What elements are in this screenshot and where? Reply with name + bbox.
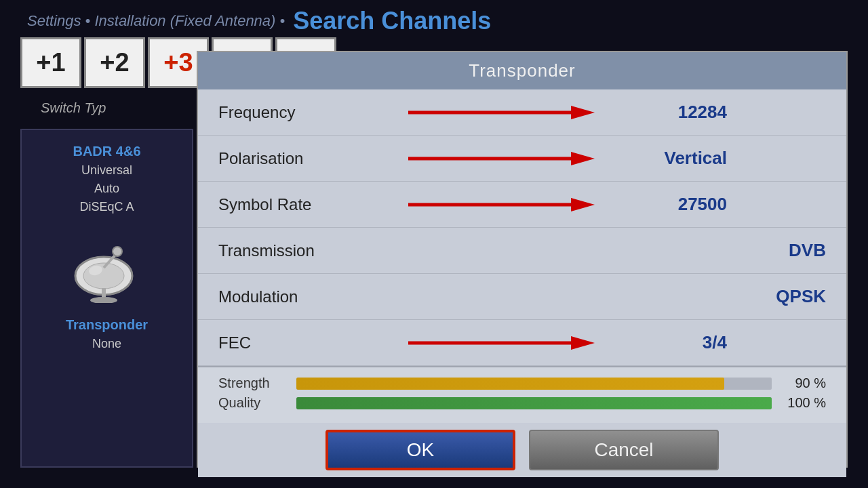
breadcrumb: Settings • Installation (Fixed Antenna) … bbox=[27, 12, 285, 30]
page-title: Search Channels bbox=[293, 7, 491, 35]
sidebar-panel: BADR 4&6 Universal Auto DiSEqC A Transpo… bbox=[20, 129, 193, 468]
satellite-dish-icon bbox=[70, 228, 144, 303]
svg-marker-13 bbox=[571, 198, 595, 211]
polarisation-label: Polarisation bbox=[218, 149, 408, 168]
fec-arrow-svg bbox=[408, 333, 598, 352]
sidebar-lnb-type: Universal bbox=[81, 163, 132, 178]
symbolrate-arrow bbox=[408, 195, 646, 214]
strength-bar-bg bbox=[296, 378, 772, 390]
transponder-dialog: Transponder Frequency 12284 Polarisation bbox=[197, 51, 848, 468]
symbolrate-row: Symbol Rate 27500 bbox=[198, 182, 846, 228]
strength-label: Strength bbox=[218, 375, 286, 391]
polarisation-arrow bbox=[408, 149, 646, 168]
svg-point-4 bbox=[113, 247, 122, 256]
frequency-row: Frequency 12284 bbox=[198, 89, 846, 136]
fec-label: FEC bbox=[218, 333, 408, 352]
svg-marker-9 bbox=[571, 106, 595, 119]
strength-row: Strength 90 % bbox=[218, 375, 826, 391]
svg-marker-11 bbox=[571, 152, 595, 165]
modulation-label: Modulation bbox=[218, 287, 408, 306]
fec-arrow bbox=[408, 333, 646, 352]
modulation-row: Modulation QPSK bbox=[198, 274, 846, 320]
quality-bar-bg bbox=[296, 397, 772, 409]
sidebar-transponder-value: None bbox=[92, 337, 121, 351]
polarisation-value: Vertical bbox=[646, 148, 727, 169]
dialog-title: Transponder bbox=[198, 52, 846, 89]
strength-percent: 90 % bbox=[782, 375, 826, 391]
quality-row: Quality 100 % bbox=[218, 395, 826, 411]
svg-marker-15 bbox=[571, 336, 595, 350]
sidebar-diseqc-mode: Auto bbox=[94, 182, 119, 196]
header: Settings • Installation (Fixed Antenna) … bbox=[0, 7, 868, 35]
transmission-row: Transmission DVB bbox=[198, 228, 846, 274]
frequency-arrow bbox=[408, 103, 646, 122]
symbolrate-label: Symbol Rate bbox=[218, 195, 408, 214]
num-btn-2[interactable]: +2 bbox=[84, 37, 145, 88]
frequency-value: 12284 bbox=[646, 102, 727, 123]
cancel-button[interactable]: Cancel bbox=[529, 430, 719, 470]
svg-point-6 bbox=[90, 297, 117, 303]
signal-area: Strength 90 % Quality 100 % bbox=[198, 366, 846, 423]
sidebar-diseqc-port: DiSEqC A bbox=[79, 200, 134, 214]
transmission-label: Transmission bbox=[218, 241, 408, 260]
transmission-value: DVB bbox=[789, 240, 826, 261]
sidebar-satellite-name: BADR 4&6 bbox=[73, 144, 140, 159]
sidebar-transponder-label: Transponder bbox=[66, 317, 148, 333]
num-btn-1[interactable]: +1 bbox=[20, 37, 81, 88]
modulation-value: QPSK bbox=[776, 286, 826, 307]
symbolrate-arrow-svg bbox=[408, 195, 598, 214]
fec-value: 3/4 bbox=[646, 332, 727, 353]
button-row: OK Cancel bbox=[198, 423, 846, 477]
dialog-body: Frequency 12284 Polarisation Vertical bbox=[198, 89, 846, 477]
switch-type-label: Switch Typ bbox=[41, 100, 106, 116]
strength-bar-fill bbox=[296, 378, 724, 390]
ok-button[interactable]: OK bbox=[326, 430, 515, 470]
frequency-arrow-svg bbox=[408, 103, 598, 122]
fec-row: FEC 3/4 bbox=[198, 320, 846, 366]
quality-bar-fill bbox=[296, 397, 772, 409]
quality-label: Quality bbox=[218, 395, 286, 411]
polarisation-arrow-svg bbox=[408, 149, 598, 168]
polarisation-row: Polarisation Vertical bbox=[198, 136, 846, 182]
quality-percent: 100 % bbox=[782, 395, 826, 411]
symbolrate-value: 27500 bbox=[646, 194, 727, 215]
frequency-label: Frequency bbox=[218, 103, 408, 122]
